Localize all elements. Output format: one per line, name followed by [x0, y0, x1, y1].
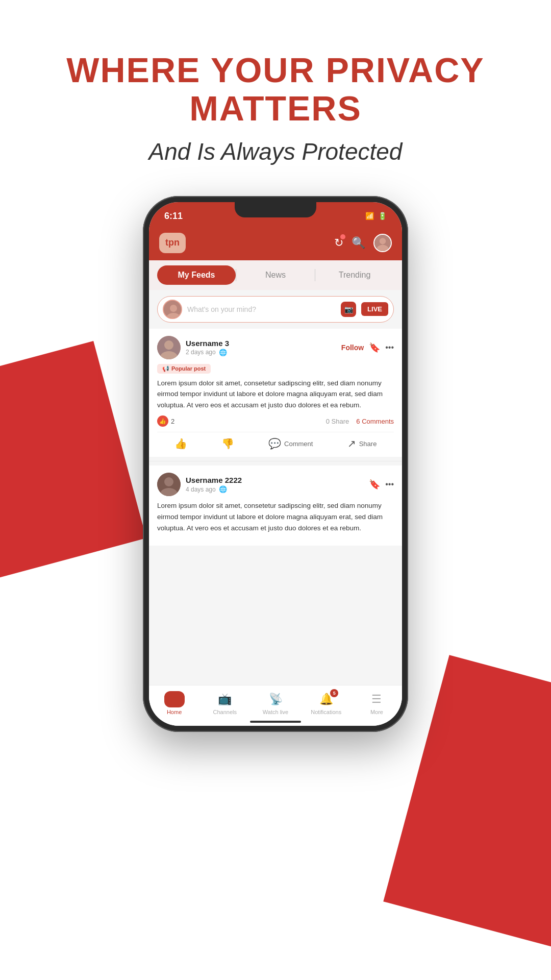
- nav-label-notifications: Notifications: [311, 709, 341, 715]
- sub-title: And Is Always Protected: [0, 138, 551, 165]
- nav-icon-wrap-watch: 📡: [265, 691, 286, 707]
- share-icon-1: ↗: [347, 437, 356, 450]
- bookmark-icon-1[interactable]: 🔖: [369, 342, 380, 353]
- nav-icon-wrap-more: ☰: [366, 691, 387, 707]
- share-action-1[interactable]: ↗ Share: [347, 437, 377, 450]
- wifi-icon: 📶: [365, 212, 374, 220]
- nav-channels[interactable]: 📺 Channels: [199, 691, 250, 715]
- like-emoji-1: 👍: [157, 415, 168, 427]
- status-time: 6:11: [164, 211, 183, 222]
- nav-label-channels: Channels: [213, 709, 237, 715]
- comment-action-1[interactable]: 💬 Comment: [268, 437, 313, 450]
- watch-live-icon: 📡: [269, 693, 283, 706]
- nav-label-home: Home: [167, 709, 182, 715]
- search-icon[interactable]: 🔍: [352, 236, 365, 250]
- post-avatar-2: [157, 473, 181, 496]
- comment-icon-1: 💬: [268, 437, 281, 450]
- comment-count-1[interactable]: 6 Comments: [356, 418, 394, 425]
- notification-dot: [340, 234, 345, 239]
- follow-button-1[interactable]: Follow: [341, 344, 364, 352]
- main-title: WHERE YOUR PRIVACY MATTERS: [0, 51, 551, 128]
- post-time-2: 4 days ago: [186, 486, 216, 493]
- user-avatar-header[interactable]: [373, 234, 392, 252]
- svg-point-4: [170, 305, 177, 312]
- channels-icon: 📺: [218, 693, 232, 706]
- more-menu-icon: ☰: [371, 693, 382, 706]
- post-stats-1: 👍 2 0 Share 6 Comments: [157, 415, 394, 432]
- share-comment-1: 0 Share 6 Comments: [326, 418, 394, 425]
- home-icon: ⌂: [171, 693, 178, 706]
- app-header: tpn ↻ 🔍: [149, 228, 402, 260]
- live-button[interactable]: LIVE: [361, 302, 388, 316]
- post-time-1: 2 days ago: [186, 349, 216, 356]
- nav-icon-wrap-home: ⌂: [164, 691, 185, 707]
- post-actions-right-1: Follow 🔖 •••: [341, 342, 394, 353]
- post-username-2: Username 2222: [186, 476, 364, 484]
- bookmark-icon-2[interactable]: 🔖: [369, 479, 380, 490]
- phone-outer: 6:11 📶 🔋 tpn ↻ 🔍: [143, 196, 408, 732]
- tabs-bar: My Feeds News Trending: [149, 260, 402, 290]
- page-header: WHERE YOUR PRIVACY MATTERS And Is Always…: [0, 0, 551, 165]
- home-indicator: [250, 721, 301, 723]
- tab-news[interactable]: News: [236, 265, 315, 285]
- post-avatar-1: [157, 336, 181, 359]
- share-count-1: 0 Share: [326, 418, 349, 425]
- globe-icon-2: 🌐: [219, 485, 227, 493]
- camera-icon[interactable]: 📷: [341, 302, 356, 317]
- like-count-1: 👍 2: [157, 415, 174, 427]
- post-input-bar[interactable]: What's on your mind? 📷 LIVE: [157, 296, 394, 323]
- app-header-icons: ↻ 🔍: [334, 234, 392, 252]
- more-icon-2[interactable]: •••: [385, 480, 394, 489]
- bottom-nav: ⌂ Home 📺 Channels 📡 Watch live: [149, 685, 402, 726]
- post-card-2: Username 2222 4 days ago 🌐 🔖 ••• Lorem i…: [149, 465, 402, 546]
- post-time-row-2: 4 days ago 🌐: [186, 485, 364, 493]
- nav-icon-wrap-channels: 📺: [215, 691, 235, 707]
- post-meta-2: Username 2222 4 days ago 🌐: [186, 476, 364, 493]
- phone-mockup: 6:11 📶 🔋 tpn ↻ 🔍: [0, 196, 551, 732]
- post-footer-1: 👍 👎 💬 Comment ↗ Share: [157, 437, 394, 450]
- post-avatar: [163, 300, 182, 319]
- nav-more[interactable]: ☰ More: [352, 691, 402, 715]
- nav-notifications[interactable]: 🔔 5 Notifications: [301, 691, 352, 715]
- post-meta-1: Username 3 2 days ago 🌐: [186, 339, 336, 356]
- nav-icon-wrap-notifications: 🔔 5: [316, 691, 336, 707]
- nav-home[interactable]: ⌂ Home: [149, 691, 199, 715]
- like-action-1[interactable]: 👍: [174, 437, 187, 450]
- phone-inner: 6:11 📶 🔋 tpn ↻ 🔍: [149, 202, 402, 726]
- tab-trending[interactable]: Trending: [315, 265, 394, 285]
- post-card-1: Username 3 2 days ago 🌐 Follow 🔖 •••: [149, 329, 402, 457]
- battery-icon: 🔋: [378, 212, 387, 220]
- post-header-2: Username 2222 4 days ago 🌐 🔖 •••: [157, 473, 394, 496]
- post-header-1: Username 3 2 days ago 🌐 Follow 🔖 •••: [157, 336, 394, 359]
- globe-icon-1: 🌐: [219, 349, 227, 356]
- home-icon-bg: ⌂: [164, 691, 185, 707]
- thumbs-up-icon: 👍: [174, 437, 187, 450]
- more-icon-1[interactable]: •••: [385, 343, 394, 352]
- post-body-1: Lorem ipsum dolor sit amet, consetetur s…: [157, 378, 394, 411]
- post-actions-right-2: 🔖 •••: [369, 479, 394, 490]
- svg-point-7: [164, 340, 173, 350]
- post-body-2: Lorem ipsum dolor sit amet, consetetur s…: [157, 500, 394, 533]
- post-username-1: Username 3: [186, 339, 336, 348]
- tab-my-feeds[interactable]: My Feeds: [157, 265, 236, 285]
- post-divider: [149, 461, 402, 461]
- post-time-row-1: 2 days ago 🌐: [186, 349, 336, 356]
- status-icons: 📶 🔋: [365, 212, 387, 220]
- phone-notch: [235, 202, 316, 217]
- feed-area: What's on your mind? 📷 LIVE: [149, 290, 402, 550]
- dislike-action-1[interactable]: 👎: [221, 437, 234, 450]
- nav-label-watch-live: Watch live: [263, 709, 288, 715]
- notifications-badge: 5: [330, 689, 338, 697]
- refresh-icon[interactable]: ↻: [334, 236, 343, 250]
- post-input-placeholder[interactable]: What's on your mind?: [187, 305, 336, 313]
- nav-watch-live[interactable]: 📡 Watch live: [250, 691, 300, 715]
- svg-point-10: [164, 477, 173, 486]
- app-logo[interactable]: tpn: [159, 233, 186, 253]
- thumbs-down-icon: 👎: [221, 437, 234, 450]
- nav-label-more: More: [370, 709, 383, 715]
- badge-icon: 📢: [162, 365, 169, 372]
- popular-badge-1: 📢 Popular post: [157, 364, 211, 374]
- svg-point-1: [380, 238, 386, 244]
